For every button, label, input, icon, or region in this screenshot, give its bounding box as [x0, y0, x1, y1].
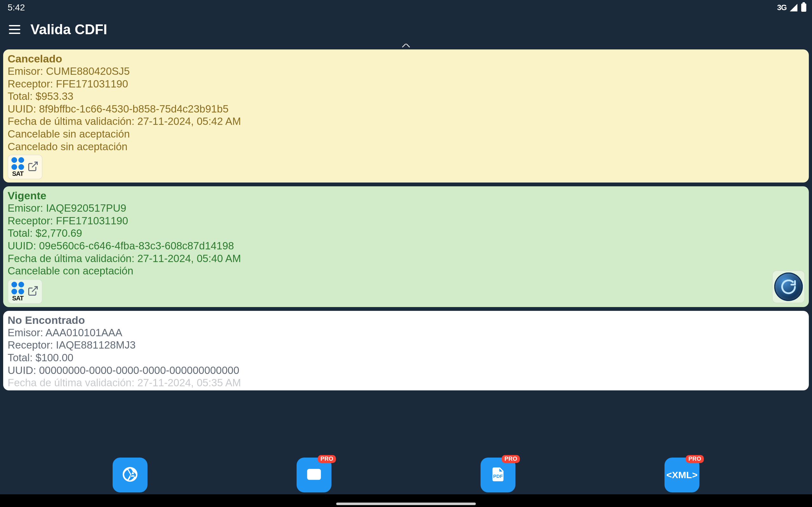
validation-date-line: Fecha de última validación: 27-11-2024, …	[8, 252, 804, 265]
status-label: Vigente	[8, 189, 804, 202]
status-right: 3G	[777, 3, 806, 12]
home-indicator[interactable]	[336, 503, 476, 505]
pro-badge: PRO	[686, 455, 704, 463]
validation-date-line: Fecha de última validación: 27-11-2024, …	[8, 115, 804, 128]
sat-logo-icon: SAT	[11, 157, 24, 177]
camera-shutter-icon	[121, 465, 139, 485]
image-search-icon	[306, 466, 322, 484]
emisor-line: Emisor: IAQE920517PU9	[8, 202, 804, 215]
network-indicator: 3G	[777, 3, 786, 12]
uuid-line: UUID: 00000000-0000-0000-0000-0000000000…	[8, 364, 804, 377]
svg-text:PDF: PDF	[493, 473, 503, 479]
pdf-file-icon: PDF	[490, 466, 506, 484]
invoice-list[interactable]: Cancelado Emisor: CUME880420SJ5 Receptor…	[0, 49, 812, 456]
app-title: Valida CDFI	[31, 21, 107, 38]
emisor-line: Emisor: AAA010101AAA	[8, 326, 804, 339]
nav-bar-area	[0, 494, 812, 507]
invoice-card-vigente[interactable]: Vigente Emisor: IAQE920517PU9 Receptor: …	[3, 186, 809, 307]
external-link-icon	[27, 161, 39, 173]
open-sat-button[interactable]: SAT	[8, 155, 43, 179]
status-label: Cancelado	[8, 53, 804, 65]
total-line: Total: $953.33	[8, 90, 804, 103]
extra-line: Cancelable sin aceptación	[8, 128, 804, 140]
sat-logo-icon: SAT	[11, 282, 24, 301]
uuid-line: UUID: 8f9bffbc-1c66-4530-b858-75d4c23b91…	[8, 103, 804, 115]
external-link-icon	[27, 285, 39, 298]
xml-button[interactable]: <XML> PRO	[664, 458, 699, 493]
app-bar: Valida CDFI	[0, 15, 812, 44]
pdf-button[interactable]: PDF PRO	[480, 458, 515, 493]
status-time: 5:42	[8, 3, 25, 13]
receptor-line: Receptor: FFE171031190	[8, 215, 804, 227]
total-line: Total: $2,770.69	[8, 227, 804, 239]
bottom-nav: PRO PDF PRO <XML> PRO	[0, 456, 812, 494]
invoice-card-notfound[interactable]: No Encontrado Emisor: AAA010101AAA Recep…	[3, 311, 809, 390]
battery-icon	[801, 3, 806, 12]
gallery-button[interactable]: PRO	[297, 458, 332, 493]
receptor-line: Receptor: IAQE881128MJ3	[8, 339, 804, 351]
uuid-line: UUID: 09e560c6-c646-4fba-83c3-608c87d141…	[8, 239, 804, 252]
open-sat-button[interactable]: SAT	[8, 279, 43, 304]
signal-icon	[790, 4, 798, 11]
status-bar: 5:42 3G	[0, 0, 812, 15]
extra-line: Cancelado sin aceptación	[8, 140, 804, 153]
refresh-button[interactable]	[772, 270, 805, 303]
svg-point-1	[315, 471, 318, 475]
drag-handle-icon[interactable]	[0, 44, 812, 49]
pro-badge: PRO	[318, 455, 336, 463]
invoice-card-cancelado[interactable]: Cancelado Emisor: CUME880420SJ5 Receptor…	[3, 49, 809, 182]
camera-button[interactable]	[113, 458, 148, 493]
extra-line: Cancelable con aceptación	[8, 265, 804, 277]
pro-badge: PRO	[502, 455, 520, 463]
total-line: Total: $100.00	[8, 351, 804, 364]
emisor-line: Emisor: CUME880420SJ5	[8, 65, 804, 78]
receptor-line: Receptor: FFE171031190	[8, 78, 804, 90]
status-label: No Encontrado	[8, 314, 804, 326]
validation-date-line: Fecha de última validación: 27-11-2024, …	[8, 377, 804, 389]
menu-button[interactable]	[9, 23, 21, 36]
refresh-icon	[774, 273, 803, 301]
xml-icon: <XML>	[666, 469, 698, 481]
